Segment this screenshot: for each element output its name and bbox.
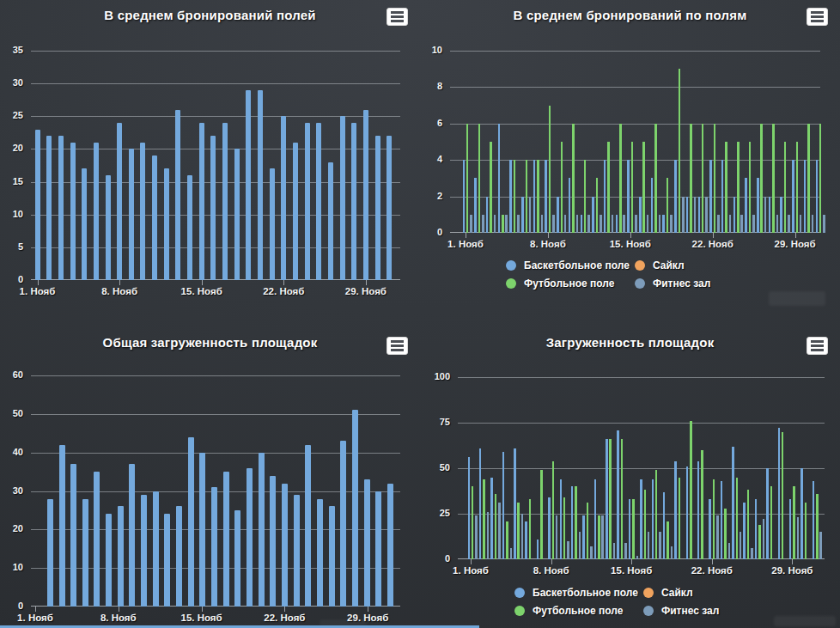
- gridline: [450, 87, 820, 88]
- bar: [317, 499, 323, 607]
- chart-title-total-occupancy: Общая загруженность площадок: [0, 335, 420, 350]
- bar: [769, 197, 771, 233]
- x-axis-tick-label: 1. Нояб: [0, 613, 71, 623]
- legend-label: Футбольное поле: [533, 605, 623, 617]
- bar: [506, 521, 508, 560]
- bar: [549, 106, 551, 233]
- x-axis-tick: [284, 607, 285, 612]
- legend-label: Баскетбольное поле: [524, 259, 630, 271]
- x-axis-tick: [283, 280, 284, 285]
- bar: [709, 160, 712, 233]
- bar: [755, 499, 758, 559]
- legend-item-0[interactable]: Баскетбольное поле: [514, 587, 643, 599]
- bar: [533, 160, 536, 233]
- bar: [387, 484, 393, 607]
- bar: [537, 540, 539, 559]
- bar: [47, 499, 53, 607]
- bar: [556, 515, 558, 559]
- bar: [716, 515, 719, 559]
- legend-item-1[interactable]: Сайкл: [643, 587, 772, 599]
- x-axis-tick-label: 15. Нояб: [594, 239, 667, 249]
- bar: [82, 168, 87, 280]
- chart-menu-button[interactable]: [387, 8, 408, 26]
- y-axis-tick-label: 4: [420, 154, 442, 164]
- chart-menu-button[interactable]: [807, 337, 828, 355]
- bar: [234, 149, 240, 280]
- bar: [470, 215, 472, 233]
- x-axis-tick: [551, 559, 552, 564]
- bar: [632, 499, 635, 559]
- legend-item-2[interactable]: Футбольное поле: [506, 277, 635, 290]
- legend-item-0[interactable]: Баскетбольное поле: [506, 259, 635, 271]
- y-axis-tick-label: 25: [0, 110, 23, 120]
- bar: [655, 470, 658, 559]
- bar: [797, 517, 800, 559]
- bar: [517, 503, 520, 559]
- bar: [652, 479, 654, 559]
- y-axis-tick-label: 10: [0, 209, 23, 219]
- chart-menu-button[interactable]: [807, 8, 828, 26]
- legend-item-2[interactable]: Футбольное поле: [514, 605, 643, 617]
- bar: [743, 503, 746, 559]
- bar: [316, 123, 321, 280]
- bar: [631, 142, 634, 233]
- x-axis-tick: [630, 233, 631, 238]
- bar: [812, 215, 814, 233]
- bar: [751, 548, 753, 559]
- bar: [509, 160, 512, 233]
- bar: [152, 155, 157, 280]
- chart-total-occupancy: Общая загруженность площадок 01020304050…: [0, 314, 420, 628]
- bar: [764, 197, 767, 233]
- hamburger-menu-icon: [391, 344, 404, 347]
- bar: [819, 532, 822, 559]
- y-axis-tick-label: 25: [420, 508, 450, 518]
- bar: [490, 478, 493, 559]
- bar: [561, 142, 563, 233]
- bar: [662, 215, 665, 233]
- y-axis-tick-label: 35: [0, 45, 23, 55]
- x-axis-tick: [466, 233, 466, 238]
- bar: [606, 439, 608, 559]
- chart-legend: Баскетбольное полеСайклФутбольное полеФи…: [506, 259, 764, 290]
- y-axis-tick-label: 75: [420, 417, 450, 427]
- bar: [557, 197, 559, 233]
- bar: [187, 175, 192, 280]
- bar: [609, 439, 612, 559]
- legend-item-1[interactable]: Сайкл: [635, 259, 764, 271]
- bar: [717, 215, 720, 233]
- bar: [576, 215, 579, 233]
- bar: [510, 548, 513, 559]
- bar: [94, 143, 99, 280]
- bar: [686, 466, 689, 559]
- bar: [647, 215, 649, 233]
- chart-menu-button[interactable]: [387, 337, 408, 355]
- bar: [607, 142, 610, 233]
- bar: [526, 160, 528, 233]
- bar: [352, 410, 358, 607]
- bar: [823, 215, 825, 233]
- x-axis-tick: [631, 559, 632, 564]
- bar: [351, 123, 356, 280]
- legend-item-3[interactable]: Фитнес зал: [643, 605, 772, 617]
- legend-item-3[interactable]: Фитнес зал: [635, 277, 764, 290]
- bar: [636, 556, 639, 559]
- legend-label: Баскетбольное поле: [533, 587, 638, 599]
- bar: [247, 468, 253, 607]
- bar: [640, 479, 642, 559]
- bar: [552, 215, 555, 233]
- x-axis-tick: [119, 280, 120, 285]
- bar: [270, 476, 276, 607]
- y-axis-tick-label: 0: [420, 227, 442, 237]
- bar: [463, 160, 466, 233]
- x-axis-tick-label: 29. Нояб: [330, 286, 402, 296]
- bar: [375, 136, 380, 280]
- bar: [629, 499, 631, 559]
- bar: [670, 215, 673, 233]
- bar: [590, 546, 593, 559]
- bar: [596, 178, 599, 233]
- bar: [329, 506, 335, 607]
- bar: [788, 215, 790, 233]
- bar: [293, 143, 298, 280]
- bar: [721, 160, 724, 233]
- bar: [517, 215, 520, 233]
